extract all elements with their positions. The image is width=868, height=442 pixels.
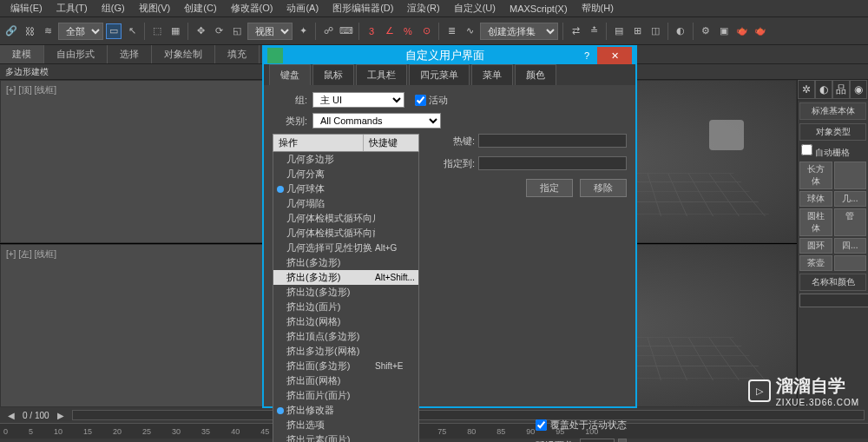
action-list-item[interactable]: 几何选择可见性切换Alt+G	[273, 241, 418, 255]
action-list-item[interactable]: 挤出选项	[273, 418, 418, 432]
autogrid-checkbox[interactable]: 自动栅格	[799, 143, 852, 160]
torus-button[interactable]: 圆环	[799, 238, 832, 254]
menu-grapheditors[interactable]: 图形编辑器(D)	[326, 0, 400, 16]
link-icon[interactable]: 🔗	[3, 23, 19, 39]
create-tab-icon[interactable]: ✲	[798, 80, 815, 99]
menu-animation[interactable]: 动画(A)	[279, 0, 326, 16]
ribbon-tab-freeform[interactable]: 自由形式	[44, 45, 108, 63]
window-crossing-icon[interactable]: ▦	[168, 23, 183, 39]
teapot2-icon[interactable]: 🫖	[753, 23, 768, 39]
menu-maxscript[interactable]: MAXScript(X)	[503, 2, 575, 16]
curve-editor-icon[interactable]: ∿	[462, 23, 477, 39]
menu-view[interactable]: 视图(V)	[132, 0, 178, 16]
graph-icon[interactable]: ⊞	[629, 23, 645, 39]
box-button[interactable]: 长方体	[799, 162, 832, 189]
layer-icon[interactable]: ≣	[444, 23, 459, 39]
c2-button[interactable]	[834, 162, 867, 189]
move-icon[interactable]: ✥	[193, 23, 208, 39]
ribbon-tab-objectpaint[interactable]: 对象绘制	[152, 45, 215, 63]
action-list-item[interactable]: 几何体检模式循环向前	[273, 226, 418, 241]
action-list-item[interactable]: 挤出顶点(多边形)	[273, 329, 418, 344]
motion-tab-icon[interactable]: ◉	[850, 80, 867, 99]
cylinder-button[interactable]: 圆柱体	[799, 208, 832, 236]
menu-tools[interactable]: 工具(T)	[49, 0, 95, 16]
action-list-item[interactable]: 挤出(多边形)	[273, 255, 418, 270]
menu-rendering[interactable]: 渲染(R)	[400, 0, 446, 16]
assign-button[interactable]: 指定	[526, 179, 573, 197]
manip-icon[interactable]: ☍	[320, 23, 336, 39]
scene-object[interactable]	[709, 120, 744, 150]
override-checkbox[interactable]	[536, 419, 547, 431]
dialog-tab-keyboard[interactable]: 键盘	[269, 64, 311, 85]
select-region-icon[interactable]: ⬚	[149, 23, 165, 39]
keymode-icon[interactable]: ⌨	[339, 23, 354, 39]
menu-group[interactable]: 组(G)	[95, 0, 132, 16]
dialog-close-button[interactable]: ✕	[597, 47, 632, 64]
percent-snap-icon[interactable]: %	[400, 23, 416, 39]
angle-snap-icon[interactable]: ∠	[382, 23, 398, 39]
hotkey-input[interactable]	[478, 134, 627, 148]
menu-help[interactable]: 帮助(H)	[575, 0, 621, 16]
dialog-tab-menus[interactable]: 菜单	[471, 64, 513, 85]
assignto-input[interactable]	[478, 156, 627, 170]
action-list-item[interactable]: 挤出边(网格)	[273, 314, 418, 329]
action-list-item[interactable]: 挤出修改器	[273, 403, 418, 418]
bind-icon[interactable]: ≋	[40, 23, 56, 39]
sphere-button[interactable]: 球体	[799, 191, 832, 207]
rotate-icon[interactable]: ⟳	[211, 23, 227, 39]
plane-button[interactable]	[834, 255, 867, 271]
prev-icon[interactable]: ◀	[3, 407, 19, 423]
menu-edit[interactable]: 编辑(E)	[3, 0, 49, 16]
action-list-item[interactable]: 挤出(多边形)Alt+Shift...	[273, 270, 418, 285]
teapot-icon[interactable]: 🫖	[734, 23, 750, 39]
select-object-icon[interactable]: ▭	[106, 23, 122, 39]
dialog-titlebar[interactable]: 自定义用户界面 ? ✕	[264, 47, 635, 64]
render-setup-icon[interactable]: ⚙	[698, 23, 713, 39]
unlink-icon[interactable]: ⛓	[22, 23, 37, 39]
material-editor-icon[interactable]: ◐	[673, 23, 688, 39]
mirror-icon[interactable]: ⇄	[568, 23, 583, 39]
action-list-item[interactable]: 挤出面片(面片)	[273, 388, 418, 403]
name-color-rollout[interactable]: 名称和颜色	[799, 274, 866, 291]
menu-modifiers[interactable]: 修改器(O)	[224, 0, 280, 16]
pyramid-button[interactable]: 四...	[834, 238, 867, 254]
menu-create[interactable]: 创建(C)	[177, 0, 223, 16]
schematic-icon[interactable]: ◫	[648, 23, 663, 39]
dialog-help-button[interactable]: ?	[576, 50, 597, 61]
dialog-tab-mouse[interactable]: 鼠标	[312, 64, 354, 85]
action-list-item[interactable]: 挤出边(面片)	[273, 300, 418, 314]
object-name-input[interactable]	[799, 294, 868, 307]
layer-dropdown[interactable]: 全部	[58, 23, 103, 40]
delay-spinner[interactable]	[618, 439, 627, 442]
select-arrow-icon[interactable]: ↖	[124, 23, 140, 39]
active-checkbox[interactable]: 活动	[415, 94, 448, 107]
selection-set-dropdown[interactable]: 创建选择集	[480, 23, 558, 40]
header-action[interactable]: 操作	[273, 135, 364, 151]
menu-customize[interactable]: 自定义(U)	[447, 0, 503, 16]
teapot-button[interactable]: 茶壶	[799, 255, 832, 271]
action-list-item[interactable]: 挤出边(多边形)	[273, 285, 418, 300]
render-frame-icon[interactable]: ▣	[716, 23, 732, 39]
action-list-item[interactable]: 几何球体	[273, 181, 418, 196]
hierarchy-tab-icon[interactable]: 品	[832, 80, 850, 99]
remove-button[interactable]: 移除	[580, 179, 627, 197]
action-list-item[interactable]: 几何分离	[273, 167, 418, 181]
action-list-item[interactable]: 几何多边形	[273, 152, 418, 167]
action-list-item[interactable]: 挤出多边形(网格)	[273, 344, 418, 359]
ribbon-tab-selection[interactable]: 选择	[108, 45, 152, 63]
align-icon[interactable]: ≛	[586, 23, 602, 39]
snap-icon[interactable]: 3	[364, 23, 379, 39]
action-list-item[interactable]: 挤出元素(面片)	[273, 432, 418, 442]
delay-input[interactable]	[580, 439, 615, 442]
ribbon-tab-modeling[interactable]: 建模	[0, 45, 44, 63]
action-list[interactable]: 几何多边形几何分离几何球体几何塌陷几何体检模式循环向后几何体检模式循环向前几何选…	[273, 152, 419, 442]
obj-type-rollout[interactable]: 对象类型	[799, 123, 866, 141]
tube-button[interactable]: 管	[834, 208, 867, 236]
category-select[interactable]: All Commands	[312, 113, 441, 129]
action-list-item[interactable]: 几何塌陷	[273, 196, 418, 211]
spinner-snap-icon[interactable]: ⊙	[418, 23, 434, 39]
group-select[interactable]: 主 UI	[312, 92, 404, 108]
scale-icon[interactable]: ◱	[229, 23, 245, 39]
pivot-icon[interactable]: ✦	[295, 23, 311, 39]
ref-coord-dropdown[interactable]: 视图	[247, 23, 293, 40]
